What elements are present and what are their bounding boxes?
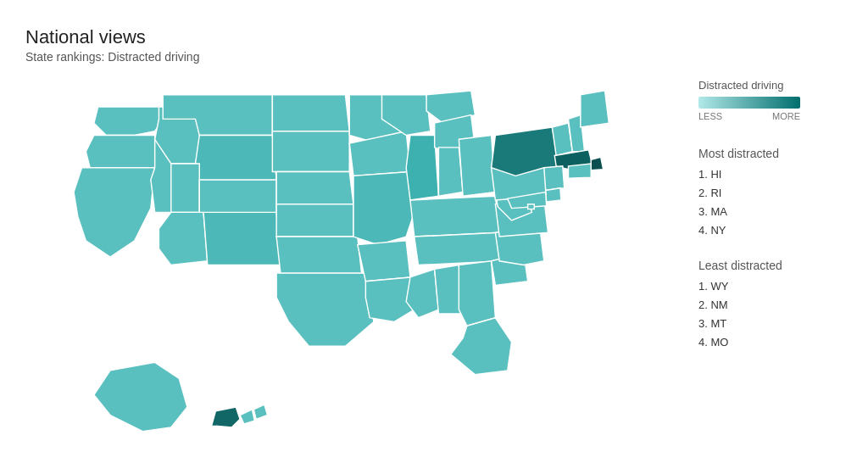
svg-marker-50 — [94, 362, 187, 431]
us-map: .state { stroke: #ffffff; stroke-width: … — [25, 70, 682, 443]
svg-marker-53 — [253, 404, 267, 419]
svg-marker-7 — [171, 164, 199, 212]
page-container: National views State rankings: Distracte… — [0, 0, 868, 463]
svg-marker-26 — [438, 147, 463, 195]
svg-marker-45 — [568, 164, 591, 178]
svg-marker-27 — [459, 135, 495, 196]
title-section: National views State rankings: Distracte… — [25, 25, 851, 64]
most-distracted-list: 1. HI 2. RI 3. MA 4. NY — [698, 165, 851, 240]
least-distracted-list: 1. WY 2. NM 3. MT 4. MO — [698, 277, 851, 352]
svg-marker-51 — [212, 407, 240, 427]
svg-marker-16 — [276, 273, 374, 346]
rankings: Most distracted 1. HI 2. RI 3. MA 4. NY … — [698, 147, 851, 353]
svg-marker-12 — [272, 131, 349, 171]
list-item: 4. NY — [698, 221, 851, 240]
list-item: 1. WY — [698, 277, 851, 296]
legend-bar-container: LESS MORE — [698, 97, 851, 121]
svg-marker-32 — [459, 260, 495, 326]
svg-marker-2 — [74, 167, 155, 256]
svg-marker-1 — [86, 135, 159, 167]
svg-marker-23 — [406, 135, 438, 200]
list-item: 3. MT — [698, 315, 851, 333]
svg-marker-6 — [195, 135, 276, 180]
most-distracted-title: Most distracted — [698, 147, 851, 160]
svg-marker-52 — [240, 409, 254, 423]
svg-marker-11 — [272, 94, 349, 131]
svg-marker-28 — [410, 196, 499, 237]
legend-less-label: LESS — [698, 111, 722, 121]
list-item: 1. HI — [698, 165, 851, 184]
svg-marker-0 — [94, 107, 163, 135]
legend: Distracted driving LESS MORE — [698, 79, 851, 121]
legend-color-bar — [698, 97, 800, 109]
svg-marker-29 — [415, 232, 504, 265]
least-distracted-section: Least distracted 1. WY 2. NM 3. MT 4. MO — [698, 259, 851, 352]
svg-marker-20 — [358, 240, 410, 281]
svg-marker-9 — [159, 212, 207, 265]
page-subtitle: State rankings: Distracted driving — [25, 50, 851, 64]
svg-marker-47 — [546, 187, 561, 201]
svg-marker-33 — [451, 317, 512, 374]
svg-marker-42 — [581, 91, 609, 127]
page-title: National views — [25, 25, 851, 50]
content-area: .state { stroke: #ffffff; stroke-width: … — [25, 70, 851, 446]
most-distracted-section: Most distracted 1. HI 2. RI 3. MA 4. NY — [698, 147, 851, 240]
legend-title: Distracted driving — [698, 79, 851, 92]
svg-rect-49 — [528, 204, 535, 209]
map-container: .state { stroke: #ffffff; stroke-width: … — [25, 70, 682, 443]
svg-marker-13 — [276, 171, 353, 204]
list-item: 2. RI — [698, 184, 851, 203]
right-panel: Distracted driving LESS MORE Most distra… — [682, 70, 851, 371]
list-item: 3. MA — [698, 203, 851, 221]
legend-more-label: MORE — [772, 111, 800, 121]
svg-marker-44 — [591, 157, 603, 170]
svg-marker-10 — [203, 212, 281, 265]
svg-marker-19 — [353, 171, 415, 244]
svg-marker-15 — [276, 237, 361, 273]
list-item: 2. NM — [698, 296, 851, 315]
list-item: 4. MO — [698, 333, 851, 352]
svg-marker-46 — [544, 165, 565, 190]
legend-labels: LESS MORE — [698, 111, 800, 121]
least-distracted-title: Least distracted — [698, 259, 851, 272]
svg-marker-14 — [276, 204, 353, 236]
